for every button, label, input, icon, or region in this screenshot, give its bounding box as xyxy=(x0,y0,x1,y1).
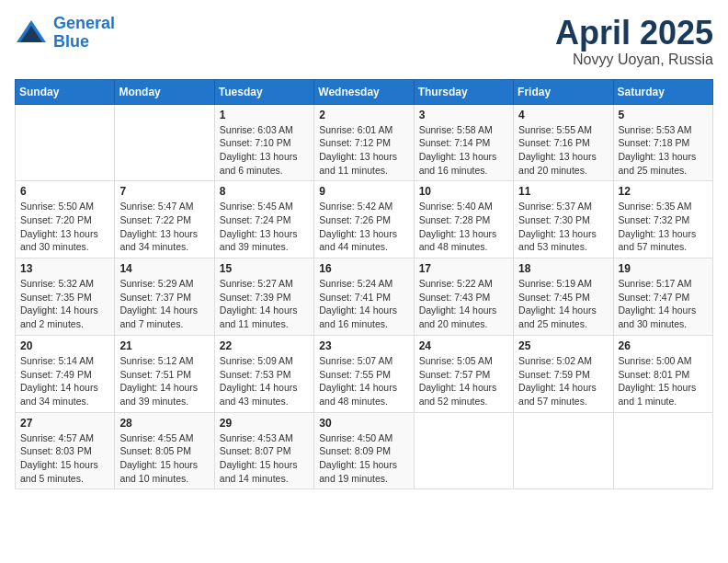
day-number: 23 xyxy=(319,339,408,352)
calendar-day-cell: 11Sunrise: 5:37 AM Sunset: 7:30 PM Dayli… xyxy=(514,181,613,259)
calendar-table: SundayMondayTuesdayWednesdayThursdayFrid… xyxy=(15,79,713,490)
logo-blue: Blue xyxy=(53,32,89,51)
calendar-day-cell: 12Sunrise: 5:35 AM Sunset: 7:32 PM Dayli… xyxy=(613,181,712,259)
calendar-day-cell: 26Sunrise: 5:00 AM Sunset: 8:01 PM Dayli… xyxy=(613,335,712,412)
calendar-day-cell: 27Sunrise: 4:57 AM Sunset: 8:03 PM Dayli… xyxy=(16,412,115,489)
day-number: 22 xyxy=(220,339,309,352)
day-info: Sunrise: 5:32 AM Sunset: 7:35 PM Dayligh… xyxy=(20,277,109,331)
day-number: 14 xyxy=(119,262,209,275)
day-info: Sunrise: 5:55 AM Sunset: 7:16 PM Dayligh… xyxy=(518,123,608,178)
day-info: Sunrise: 5:40 AM Sunset: 7:28 PM Dayligh… xyxy=(419,200,508,254)
day-info: Sunrise: 5:00 AM Sunset: 8:01 PM Dayligh… xyxy=(619,354,708,408)
calendar-day-cell: 8Sunrise: 5:45 AM Sunset: 7:24 PM Daylig… xyxy=(214,181,313,259)
weekday-header-cell: Sunday xyxy=(16,79,115,104)
calendar-day-cell: 24Sunrise: 5:05 AM Sunset: 7:57 PM Dayli… xyxy=(414,335,513,412)
day-number: 30 xyxy=(319,417,408,430)
calendar-week-row: 20Sunrise: 5:14 AM Sunset: 7:49 PM Dayli… xyxy=(16,335,713,412)
weekday-header-cell: Wednesday xyxy=(314,79,414,104)
calendar-day-cell: 5Sunrise: 5:53 AM Sunset: 7:18 PM Daylig… xyxy=(613,104,712,181)
calendar-day-cell: 2Sunrise: 6:01 AM Sunset: 7:12 PM Daylig… xyxy=(314,104,414,181)
day-info: Sunrise: 5:12 AM Sunset: 7:51 PM Dayligh… xyxy=(119,354,209,408)
calendar-week-row: 6Sunrise: 5:50 AM Sunset: 7:20 PM Daylig… xyxy=(16,181,713,259)
day-info: Sunrise: 5:58 AM Sunset: 7:14 PM Dayligh… xyxy=(419,123,508,178)
weekday-header-cell: Saturday xyxy=(613,79,712,104)
day-number: 3 xyxy=(419,109,508,121)
day-number: 28 xyxy=(119,417,209,430)
day-info: Sunrise: 5:22 AM Sunset: 7:43 PM Dayligh… xyxy=(419,277,508,331)
day-number: 24 xyxy=(419,339,508,352)
day-info: Sunrise: 5:45 AM Sunset: 7:24 PM Dayligh… xyxy=(220,200,309,254)
day-info: Sunrise: 5:53 AM Sunset: 7:18 PM Dayligh… xyxy=(619,123,708,178)
calendar-day-cell: 15Sunrise: 5:27 AM Sunset: 7:39 PM Dayli… xyxy=(214,259,313,336)
day-number: 27 xyxy=(20,417,109,430)
logo-general: General xyxy=(53,14,115,32)
weekday-header-cell: Thursday xyxy=(414,79,513,104)
calendar-day-cell xyxy=(115,104,214,181)
day-number: 9 xyxy=(319,185,408,198)
day-number: 16 xyxy=(319,262,408,275)
calendar-day-cell: 18Sunrise: 5:19 AM Sunset: 7:45 PM Dayli… xyxy=(514,259,613,336)
day-number: 25 xyxy=(518,339,608,352)
title-area: April 2025 Novyy Uoyan, Russia xyxy=(555,15,713,68)
day-info: Sunrise: 5:05 AM Sunset: 7:57 PM Dayligh… xyxy=(419,354,508,408)
logo-text: General Blue xyxy=(53,15,115,52)
day-number: 15 xyxy=(220,262,309,275)
calendar-title: April 2025 xyxy=(555,15,713,52)
day-info: Sunrise: 4:55 AM Sunset: 8:05 PM Dayligh… xyxy=(119,431,209,486)
day-number: 10 xyxy=(419,185,508,198)
day-info: Sunrise: 4:50 AM Sunset: 8:09 PM Dayligh… xyxy=(319,431,408,486)
calendar-day-cell xyxy=(613,412,712,489)
calendar-day-cell: 16Sunrise: 5:24 AM Sunset: 7:41 PM Dayli… xyxy=(314,259,414,336)
calendar-body: 1Sunrise: 6:03 AM Sunset: 7:10 PM Daylig… xyxy=(16,104,713,489)
day-number: 21 xyxy=(119,339,209,352)
calendar-day-cell: 17Sunrise: 5:22 AM Sunset: 7:43 PM Dayli… xyxy=(414,259,513,336)
calendar-subtitle: Novyy Uoyan, Russia xyxy=(555,52,713,68)
calendar-day-cell: 14Sunrise: 5:29 AM Sunset: 7:37 PM Dayli… xyxy=(115,259,214,336)
day-info: Sunrise: 4:53 AM Sunset: 8:07 PM Dayligh… xyxy=(220,431,309,486)
calendar-week-row: 1Sunrise: 6:03 AM Sunset: 7:10 PM Daylig… xyxy=(16,104,713,181)
day-info: Sunrise: 5:07 AM Sunset: 7:55 PM Dayligh… xyxy=(319,354,408,408)
calendar-day-cell: 25Sunrise: 5:02 AM Sunset: 7:59 PM Dayli… xyxy=(514,335,613,412)
day-info: Sunrise: 5:29 AM Sunset: 7:37 PM Dayligh… xyxy=(119,277,209,331)
calendar-day-cell: 10Sunrise: 5:40 AM Sunset: 7:28 PM Dayli… xyxy=(414,181,513,259)
calendar-day-cell: 23Sunrise: 5:07 AM Sunset: 7:55 PM Dayli… xyxy=(314,335,414,412)
day-number: 6 xyxy=(20,185,109,198)
calendar-day-cell: 21Sunrise: 5:12 AM Sunset: 7:51 PM Dayli… xyxy=(115,335,214,412)
day-info: Sunrise: 5:14 AM Sunset: 7:49 PM Dayligh… xyxy=(20,354,109,408)
day-number: 13 xyxy=(20,262,109,275)
day-number: 7 xyxy=(119,185,209,198)
calendar-day-cell: 9Sunrise: 5:42 AM Sunset: 7:26 PM Daylig… xyxy=(314,181,414,259)
calendar-day-cell xyxy=(16,104,115,181)
day-info: Sunrise: 5:09 AM Sunset: 7:53 PM Dayligh… xyxy=(220,354,309,408)
day-info: Sunrise: 6:03 AM Sunset: 7:10 PM Dayligh… xyxy=(220,123,309,178)
weekday-header-cell: Friday xyxy=(514,79,613,104)
day-info: Sunrise: 5:50 AM Sunset: 7:20 PM Dayligh… xyxy=(20,200,109,254)
calendar-day-cell: 20Sunrise: 5:14 AM Sunset: 7:49 PM Dayli… xyxy=(16,335,115,412)
day-info: Sunrise: 6:01 AM Sunset: 7:12 PM Dayligh… xyxy=(319,123,408,178)
calendar-day-cell: 22Sunrise: 5:09 AM Sunset: 7:53 PM Dayli… xyxy=(214,335,313,412)
calendar-day-cell: 1Sunrise: 6:03 AM Sunset: 7:10 PM Daylig… xyxy=(214,104,313,181)
day-info: Sunrise: 5:24 AM Sunset: 7:41 PM Dayligh… xyxy=(319,277,408,331)
weekday-header-cell: Tuesday xyxy=(214,79,313,104)
day-number: 18 xyxy=(518,262,608,275)
calendar-day-cell: 30Sunrise: 4:50 AM Sunset: 8:09 PM Dayli… xyxy=(314,412,414,489)
day-info: Sunrise: 5:27 AM Sunset: 7:39 PM Dayligh… xyxy=(220,277,309,331)
calendar-day-cell xyxy=(414,412,513,489)
day-number: 11 xyxy=(518,185,608,198)
day-info: Sunrise: 4:57 AM Sunset: 8:03 PM Dayligh… xyxy=(20,431,109,486)
day-number: 2 xyxy=(319,109,408,121)
weekday-header-cell: Monday xyxy=(115,79,214,104)
day-number: 17 xyxy=(419,262,508,275)
calendar-week-row: 13Sunrise: 5:32 AM Sunset: 7:35 PM Dayli… xyxy=(16,259,713,336)
day-info: Sunrise: 5:19 AM Sunset: 7:45 PM Dayligh… xyxy=(518,277,608,331)
day-number: 29 xyxy=(220,417,309,430)
logo: General Blue xyxy=(15,15,115,52)
day-number: 19 xyxy=(619,262,708,275)
calendar-week-row: 27Sunrise: 4:57 AM Sunset: 8:03 PM Dayli… xyxy=(16,412,713,489)
calendar-day-cell: 19Sunrise: 5:17 AM Sunset: 7:47 PM Dayli… xyxy=(613,259,712,336)
calendar-day-cell: 13Sunrise: 5:32 AM Sunset: 7:35 PM Dayli… xyxy=(16,259,115,336)
calendar-day-cell: 28Sunrise: 4:55 AM Sunset: 8:05 PM Dayli… xyxy=(115,412,214,489)
calendar-day-cell: 7Sunrise: 5:47 AM Sunset: 7:22 PM Daylig… xyxy=(115,181,214,259)
day-info: Sunrise: 5:42 AM Sunset: 7:26 PM Dayligh… xyxy=(319,200,408,254)
day-info: Sunrise: 5:17 AM Sunset: 7:47 PM Dayligh… xyxy=(619,277,708,331)
